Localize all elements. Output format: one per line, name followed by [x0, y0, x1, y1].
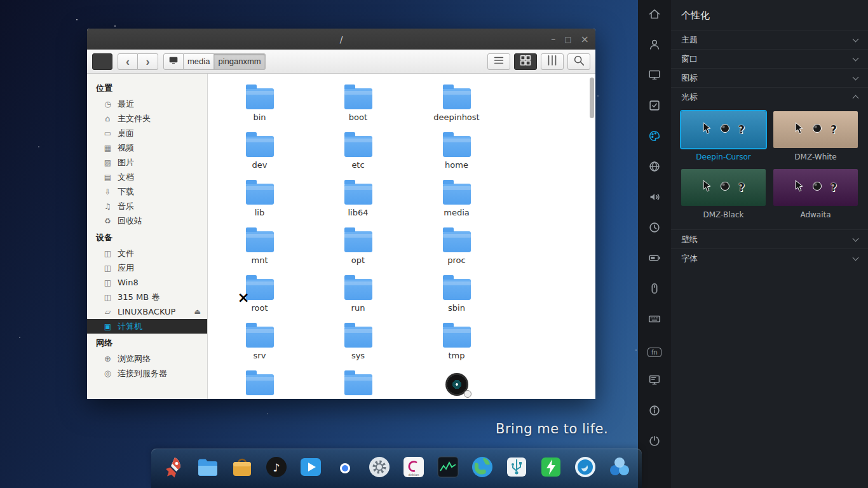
folder-item[interactable]: srv — [210, 321, 309, 361]
folder-item[interactable]: proc — [407, 226, 506, 266]
compact-view-button[interactable] — [541, 53, 564, 70]
settings-dock-item[interactable] — [365, 454, 393, 482]
maximize-icon[interactable]: □ — [564, 34, 571, 44]
folder-item[interactable]: dev — [210, 130, 309, 170]
breadcrumb-item[interactable]: pinganxmm — [214, 53, 265, 70]
system-monitor-dock-item[interactable] — [434, 454, 462, 482]
folder-item[interactable]: mnt — [210, 226, 309, 266]
debian-dock-item[interactable]: debian — [400, 454, 428, 482]
sidebar-item[interactable]: ◷最近 — [87, 97, 207, 111]
account-nav-item[interactable] — [638, 30, 671, 61]
sidebar-item[interactable]: ◎连接到服务器 — [87, 366, 207, 381]
folder-item[interactable]: ×root — [210, 273, 309, 313]
sidebar-item[interactable]: ◫应用 — [87, 261, 207, 275]
window-titlebar[interactable]: / –□× — [87, 29, 595, 50]
search-button[interactable] — [567, 53, 590, 70]
folder-item[interactable]: home — [407, 130, 506, 170]
app-store-dock-item[interactable] — [228, 454, 256, 482]
file-manager-dock-item[interactable] — [194, 454, 222, 482]
places-toggle-button[interactable] — [92, 53, 112, 70]
folder-item[interactable]: media — [407, 178, 506, 218]
sidebar-item[interactable]: ▣计算机 — [87, 319, 207, 334]
folder-item[interactable]: deepinhost — [407, 83, 506, 123]
folder-item[interactable]: sbin — [407, 273, 506, 313]
sidebar-item[interactable]: ▤文档 — [87, 170, 207, 184]
breadcrumb-computer-button[interactable] — [163, 53, 184, 70]
cursor-theme-tile[interactable]: ?DMZ-Black — [681, 169, 766, 219]
folder-item[interactable]: etc — [309, 130, 407, 170]
sidebar-item[interactable]: ♫音乐 — [87, 199, 207, 214]
close-icon[interactable]: × — [581, 34, 589, 44]
sidebar-item[interactable]: ◫Win8 — [87, 275, 207, 290]
battery-dock-item[interactable] — [537, 454, 565, 482]
cursor-arrow-icon — [702, 180, 712, 195]
sidebar-item[interactable]: ◫315 MB 卷 — [87, 290, 207, 304]
sidebar-item[interactable]: ⌂主文件夹 — [87, 111, 207, 126]
minimize-icon[interactable]: – — [551, 34, 555, 44]
folder-item[interactable]: run — [309, 273, 407, 313]
sidebar-item-label: 315 MB 卷 — [118, 292, 159, 303]
sidebar-item[interactable]: ▱LINUXBACKUP⏏ — [87, 304, 207, 319]
network-nav-item[interactable] — [638, 152, 671, 183]
folder-item[interactable]: boot — [309, 83, 407, 123]
cursor-theme-tile[interactable]: ?Adwaita — [773, 169, 858, 219]
launcher-dock-item[interactable] — [159, 454, 187, 482]
power-nav-item[interactable] — [638, 244, 671, 274]
sidebar-item[interactable]: ◫文件 — [87, 246, 207, 261]
display-nav-item[interactable] — [638, 61, 671, 92]
keyboard-nav-item[interactable] — [638, 305, 671, 336]
settings-section-row[interactable]: 壁纸 — [671, 229, 868, 248]
forward-button[interactable]: › — [138, 53, 158, 70]
movie-dock-item[interactable] — [297, 454, 325, 482]
colors-dock-item[interactable] — [606, 454, 634, 482]
browser-earth-dock-item[interactable] — [468, 454, 496, 482]
shortcuts-nav-item[interactable]: fn — [638, 336, 671, 366]
usb-dock-item[interactable] — [503, 454, 531, 482]
folder-item[interactable]: opt — [309, 226, 407, 266]
cursor-theme-tile[interactable]: ?Deepin-Cursor — [681, 111, 766, 161]
datetime-nav-item[interactable] — [638, 214, 671, 244]
sidebar-item[interactable]: ⊕浏览网络 — [87, 351, 207, 366]
scrollbar-thumb[interactable] — [590, 78, 594, 118]
sound-nav-item[interactable] — [638, 183, 671, 214]
shutdown-nav-item[interactable] — [638, 427, 671, 458]
sidebar-item[interactable]: ▨图片 — [87, 155, 207, 170]
settings-section-row[interactable]: 窗口 — [671, 49, 868, 68]
icon-view-button[interactable] — [514, 53, 537, 70]
list-view-button[interactable] — [487, 53, 510, 70]
settings-section-row[interactable]: 图标 — [671, 68, 868, 87]
sidebar-item[interactable]: ♻回收站 — [87, 214, 207, 228]
eject-icon[interactable]: ⏏ — [194, 308, 201, 316]
folder-item[interactable]: tmp — [407, 321, 506, 361]
sidebar-item[interactable]: ▦视频 — [87, 140, 207, 155]
breadcrumb-label: media — [187, 57, 210, 66]
folder-item[interactable] — [210, 369, 309, 399]
folder-grid: binbootdeepinhostdevetchomeliblib64media… — [208, 74, 595, 399]
nav-home-nav-item[interactable] — [638, 0, 671, 30]
settings-section-row[interactable]: 主题 — [671, 30, 868, 49]
music-player-icon: ♪ — [264, 454, 289, 482]
folder-item[interactable]: bin — [210, 83, 309, 123]
default-apps-nav-item[interactable] — [638, 92, 671, 122]
sidebar-item[interactable]: ▭桌面 — [87, 126, 207, 140]
sidebar-item[interactable]: ⇩下载 — [87, 184, 207, 199]
disc-item[interactable] — [407, 369, 506, 399]
system-info-nav-item[interactable] — [638, 366, 671, 396]
music-player-dock-item[interactable]: ♪ — [262, 454, 290, 482]
breadcrumb-item[interactable]: media — [184, 53, 214, 70]
folder-item[interactable]: sys — [309, 321, 407, 361]
folder-item[interactable]: lib — [210, 178, 309, 218]
personalization-nav-item[interactable] — [638, 122, 671, 152]
cursor-theme-tile[interactable]: ?DMZ-White — [773, 111, 858, 161]
mouse-nav-item[interactable] — [638, 274, 671, 305]
cursor-busy-icon — [811, 123, 823, 137]
deepin-dock-item[interactable] — [571, 454, 599, 482]
info-nav-item[interactable] — [638, 396, 671, 427]
settings-section-row[interactable]: 字体 — [671, 248, 868, 268]
folder-item[interactable]: lib64 — [309, 178, 407, 218]
chrome-dock-item[interactable] — [331, 454, 359, 482]
folder-item[interactable] — [309, 369, 407, 399]
settings-section-row[interactable]: 光标 — [671, 87, 868, 106]
datetime-icon — [648, 220, 661, 237]
back-button[interactable]: ‹ — [118, 53, 138, 70]
